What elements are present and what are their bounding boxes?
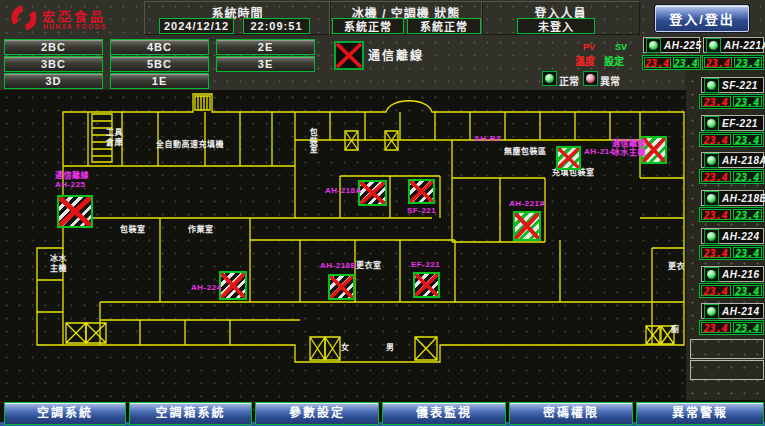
- floorplan-label-8: 作業室: [188, 225, 214, 234]
- equipment-label-AH-225: 通信離線 AH-225: [55, 171, 89, 189]
- unit-AH-224-pv: 23.4: [701, 247, 731, 258]
- unit-AH-224-values: 23.423.4: [699, 245, 764, 260]
- unit-AH-225-name: AH-225: [643, 37, 700, 53]
- offline-x-icon: [336, 43, 362, 68]
- floor-button-2bc[interactable]: 2BC: [4, 39, 103, 55]
- floorplan-label-15: 廁: [671, 325, 680, 334]
- nav-ac-system[interactable]: 空調系統: [4, 402, 126, 425]
- floor-button-1e[interactable]: 1E: [110, 73, 209, 89]
- offline-x-icon: [558, 148, 579, 168]
- floor-button-3d[interactable]: 3D: [4, 73, 103, 89]
- unit-AH-224-sv: 23.4: [733, 247, 763, 258]
- unit-AH-218B-name: AH-218B: [701, 190, 764, 206]
- unit-SF-221-sv: 23.4: [733, 96, 763, 107]
- nav-ahu-system[interactable]: 空調箱系統: [129, 402, 252, 425]
- unit-AH-218A-sv: 23.4: [733, 171, 763, 182]
- floorplan-label-14: 更衣: [668, 262, 685, 271]
- equipment-marker-EF-221[interactable]: [413, 272, 440, 298]
- unit-AH-216-name: AH-216: [701, 266, 764, 282]
- equipment-marker-AH-225[interactable]: [57, 195, 93, 228]
- equipment-label-AH-218A: AH-218A: [325, 186, 362, 195]
- normal-legend-label: 正常: [559, 73, 579, 88]
- floorplan-label-7: 包裝室: [120, 225, 146, 234]
- unit-AH-218A-name: AH-218A: [701, 152, 764, 168]
- equipment-marker-AH-218A[interactable]: [358, 180, 387, 206]
- brand-logo-icon: [10, 4, 38, 32]
- floorplan-label-10: 冰水: [50, 254, 67, 263]
- floor-button-3e[interactable]: 3E: [216, 56, 315, 72]
- unit-AH-224-name: AH-224: [701, 228, 764, 244]
- unit-AH-221A-values: 23.423.4: [702, 55, 764, 70]
- equipment-label-SF-221: SF-221: [407, 206, 436, 215]
- unit-AH-221A-pv: 23.4: [704, 57, 732, 68]
- unit-SF-221-name: SF-221: [701, 77, 764, 93]
- equipment-label-AH-214: AH-214: [584, 147, 615, 156]
- equipment-marker-AH-218B[interactable]: [328, 274, 355, 300]
- unit-EF-221-led: [704, 116, 719, 131]
- unit-AH-218B-sv: 23.4: [733, 209, 763, 220]
- shaft-x-boxes: [66, 131, 674, 360]
- nav-param-settings[interactable]: 參數設定: [255, 402, 379, 425]
- equipment-marker-AH-214[interactable]: [556, 146, 581, 170]
- system-date-value: 2024/12/12: [159, 18, 234, 34]
- equipment-marker-AH-224[interactable]: [219, 271, 247, 300]
- floor-button-2e[interactable]: 2E: [216, 39, 315, 55]
- unit-AH-218B-label: AH-218B: [722, 193, 765, 204]
- unit-AH-221A-sv: 23.4: [734, 57, 762, 68]
- offline-x-icon: [59, 197, 91, 226]
- pv-label: PV: [583, 42, 595, 52]
- equipment-marker-SF-221[interactable]: [408, 179, 435, 204]
- unit-AH-214-pv: 23.4: [701, 322, 731, 333]
- unit-AH-225-values: 23.423.4: [642, 55, 701, 70]
- unit-AH-218B-pv: 23.4: [701, 209, 731, 220]
- ahu-status-value: 系統正常: [407, 18, 481, 34]
- normal-led: [542, 71, 557, 86]
- unit-AH-225-sv: 23.4: [673, 57, 700, 68]
- floorplan-label-3: 包裝室: [308, 128, 317, 154]
- equipment-marker-AH-221A[interactable]: [513, 211, 541, 241]
- hmi-screen: 工具倉庫全自動高速充填機包裝室AH-B3無塵包裝區充填包裝室包裝室作業室更衣室冰…: [0, 0, 765, 426]
- floor-button-4bc[interactable]: 4BC: [110, 39, 209, 55]
- abnormal-led: [583, 71, 598, 86]
- unit-AH-216-pv: 23.4: [701, 285, 731, 296]
- floorplan-label-11: 主機: [50, 264, 67, 273]
- unit-AH-218B-values: 23.423.4: [699, 207, 764, 222]
- set-label: 設定: [604, 53, 624, 68]
- login-user-value: 未登入: [517, 18, 595, 34]
- equipment-label-AH-218B: AH-218B: [320, 261, 357, 270]
- unit-AH-216-led: [704, 267, 719, 282]
- unit-AH-225-pv: 23.4: [644, 57, 671, 68]
- nav-password-auth[interactable]: 密碼權限: [509, 402, 633, 425]
- floorplan-label-12: 女: [341, 343, 350, 352]
- floor-button-3bc[interactable]: 3BC: [4, 56, 103, 72]
- offline-x-icon: [221, 273, 245, 298]
- floorplan-label-4: AH-B3: [474, 134, 501, 143]
- floor-button-5bc[interactable]: 5BC: [110, 56, 209, 72]
- sv-label: SV: [615, 42, 627, 52]
- unit-AH-218A-label: AH-218A: [722, 155, 765, 166]
- abnormal-legend-label: 異常: [600, 73, 620, 88]
- unit-EF-221-pv: 23.4: [701, 134, 731, 145]
- unit-AH-218B-led: [704, 191, 719, 206]
- nav-alarm[interactable]: 異常警報: [636, 402, 764, 425]
- unit-AH-224-led: [704, 229, 719, 244]
- chiller-status-value: 系統正常: [332, 18, 404, 34]
- unit-EF-221-name: EF-221: [701, 115, 764, 131]
- floorplan-label-0: 工具: [106, 128, 123, 137]
- equipment-label-chiller: 通信離線 冰水主機: [612, 139, 646, 157]
- floorplan-label-1: 倉庫: [106, 138, 123, 147]
- offline-x-icon: [410, 181, 433, 202]
- unit-SF-221-led: [704, 78, 719, 93]
- offline-x-icon: [643, 138, 665, 162]
- unit-EF-221-sv: 23.4: [733, 134, 763, 145]
- unit-empty-slot: [690, 360, 764, 380]
- login-logout-button[interactable]: 登入/登出: [655, 5, 749, 32]
- unit-EF-221-label: EF-221: [722, 118, 758, 129]
- unit-SF-221-values: 23.423.4: [699, 94, 764, 109]
- unit-AH-216-values: 23.423.4: [699, 283, 764, 298]
- unit-AH-225-led: [646, 38, 661, 53]
- unit-AH-224-label: AH-224: [722, 231, 759, 242]
- nav-meter-monitor[interactable]: 儀表監視: [382, 402, 506, 425]
- system-time-value: 22:09:51: [243, 18, 310, 34]
- unit-AH-216-label: AH-216: [722, 269, 759, 280]
